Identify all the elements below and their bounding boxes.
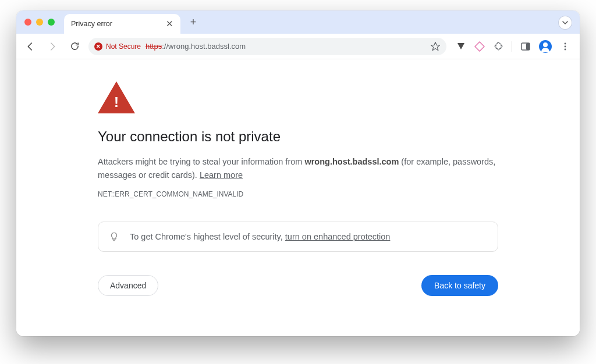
back-button[interactable]: [22, 38, 38, 55]
close-tab-icon[interactable]: ✕: [166, 19, 173, 29]
learn-more-link[interactable]: Learn more: [200, 170, 243, 180]
reload-button[interactable]: [66, 38, 83, 55]
enhanced-protection-link[interactable]: turn on enhanced protection: [285, 232, 391, 241]
tab-title: Privacy error: [71, 20, 143, 28]
url-text: https://wrong.host.badssl.com: [146, 42, 246, 51]
page-heading: Your connection is not private: [98, 129, 498, 145]
enhanced-protection-promo: To get Chrome's highest level of securit…: [98, 222, 498, 252]
lightbulb-icon: [109, 231, 119, 242]
svg-point-3: [565, 45, 566, 47]
minimize-window-button[interactable]: [36, 19, 43, 26]
back-to-safety-button[interactable]: Back to safety: [421, 275, 498, 296]
toolbar-actions: [452, 40, 574, 53]
maximize-window-button[interactable]: [48, 19, 55, 26]
window-controls: [22, 19, 59, 26]
button-row: Advanced Back to safety: [98, 275, 498, 296]
bookmark-star-icon[interactable]: [430, 41, 441, 52]
browser-window: Privacy error ✕ + ✕ Not Secure https://w…: [16, 10, 580, 336]
toolbar: ✕ Not Secure https://wrong.host.badssl.c…: [16, 34, 580, 59]
overflow-menu-icon[interactable]: [560, 41, 570, 52]
close-window-button[interactable]: [24, 19, 31, 26]
toolbar-divider: [512, 41, 512, 52]
side-panel-icon[interactable]: [520, 41, 531, 52]
promo-text: To get Chrome's highest level of securit…: [130, 232, 390, 241]
extension-triangle-icon[interactable]: [456, 41, 466, 52]
body-host: wrong.host.badssl.com: [304, 157, 399, 166]
advanced-button[interactable]: Advanced: [98, 275, 158, 296]
tab-strip: Privacy error ✕ +: [16, 10, 580, 34]
page-content: Your connection is not private Attackers…: [16, 59, 580, 336]
profile-avatar-icon[interactable]: [539, 40, 552, 53]
promo-prefix: To get Chrome's highest level of securit…: [130, 232, 285, 241]
not-secure-icon: ✕: [94, 42, 102, 51]
body-prefix: Attackers might be trying to steal your …: [98, 157, 304, 166]
ssl-interstitial: Your connection is not private Attackers…: [98, 81, 498, 296]
svg-point-4: [565, 48, 566, 50]
warning-body: Attackers might be trying to steal your …: [98, 155, 498, 182]
new-tab-button[interactable]: +: [185, 14, 201, 30]
warning-triangle-icon: [98, 81, 135, 113]
forward-button[interactable]: [44, 38, 61, 55]
active-tab[interactable]: Privacy error ✕: [64, 14, 180, 34]
url-rest: ://wrong.host.badssl.com: [162, 42, 246, 51]
url-scheme: https: [146, 42, 162, 51]
window-more-button[interactable]: [559, 16, 572, 29]
not-secure-label: Not Secure: [106, 42, 141, 51]
svg-rect-1: [526, 43, 530, 50]
address-bar[interactable]: ✕ Not Secure https://wrong.host.badssl.c…: [88, 38, 446, 55]
security-chip[interactable]: ✕ Not Secure: [94, 42, 141, 51]
svg-point-2: [565, 42, 566, 44]
extensions-puzzle-icon[interactable]: [493, 41, 503, 52]
extension-diamond-icon[interactable]: [474, 41, 485, 52]
error-code: NET::ERR_CERT_COMMON_NAME_INVALID: [98, 190, 498, 198]
